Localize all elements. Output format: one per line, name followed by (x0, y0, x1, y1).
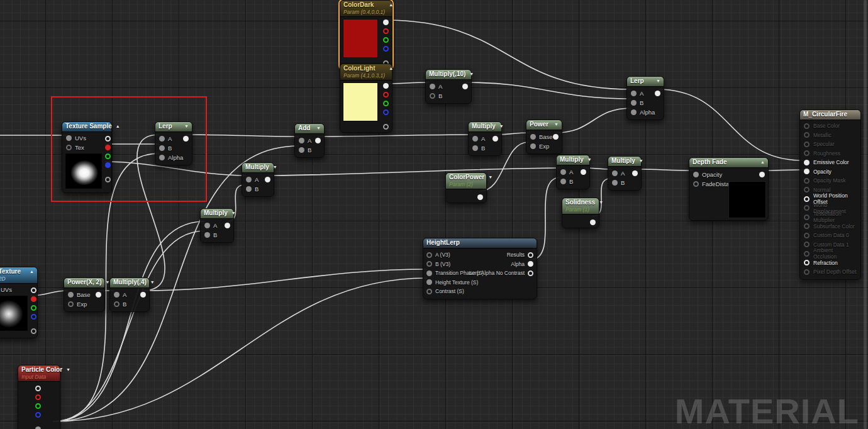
node-titlebar[interactable]: M_CircularFire (800, 110, 860, 120)
node-titlebar[interactable]: Multiply▼ (201, 209, 233, 219)
node-power2[interactable]: Power(X, 2)▼BaseExp (64, 277, 105, 312)
collapse-up-icon[interactable]: ▲ (760, 159, 765, 166)
collapse-down-icon[interactable]: ▼ (316, 125, 321, 132)
material-input-pin[interactable] (804, 205, 810, 211)
collapse-down-icon[interactable]: ▼ (184, 123, 189, 130)
output-pin[interactable] (655, 91, 660, 96)
input-pin[interactable] (426, 289, 432, 294)
output-pin-red[interactable] (105, 145, 111, 150)
input-pin[interactable] (299, 147, 304, 153)
node-depthfade[interactable]: Depth Fade▲OpacityFadeDistance (689, 157, 769, 221)
material-input-pin[interactable] (804, 160, 810, 165)
material-input-pin[interactable] (804, 242, 810, 247)
node-multiply4[interactable]: Multiply(,4)▼AB (109, 277, 150, 312)
output-pin-gray[interactable] (383, 124, 389, 130)
output-pin[interactable] (183, 136, 189, 142)
collapse-up-icon[interactable]: ▲ (116, 123, 120, 130)
output-pin[interactable] (492, 136, 498, 142)
input-pin[interactable] (426, 270, 432, 276)
material-input-pin[interactable] (804, 223, 810, 229)
node-titlebar[interactable]: edTextuream2D▲ (0, 267, 37, 284)
material-input-pin[interactable] (804, 187, 810, 192)
input-pin[interactable] (426, 252, 432, 258)
node-titlebar[interactable]: Power(X, 2)▼ (64, 278, 104, 288)
input-pin[interactable] (159, 136, 165, 142)
collapse-down-icon[interactable]: ▼ (599, 199, 603, 206)
collapse-down-icon[interactable]: ▼ (499, 123, 504, 130)
input-pin[interactable] (612, 180, 618, 186)
material-input-pin[interactable] (804, 178, 810, 184)
output-pin-green[interactable] (105, 153, 111, 159)
output-pin-green[interactable] (383, 37, 389, 43)
input-pin[interactable] (693, 172, 699, 177)
input-pin[interactable] (68, 292, 74, 298)
output-pin[interactable] (759, 172, 765, 177)
output-pin[interactable] (553, 134, 559, 140)
output-pin-gray[interactable] (31, 328, 36, 334)
material-input-pin[interactable] (804, 132, 810, 138)
input-pin[interactable] (299, 138, 304, 143)
node-heightlerp[interactable]: HeightLerpA (V3)B (V3)Transition Phase (… (423, 238, 537, 299)
node-power[interactable]: Power▼BaseExp (526, 120, 562, 154)
output-pin-white[interactable] (31, 287, 36, 293)
collapse-down-icon[interactable]: ▼ (587, 156, 592, 164)
node-titlebar[interactable]: Multiply▼ (469, 122, 501, 132)
node-titlebar[interactable]: Add▼ (295, 124, 324, 134)
output-pin-blue[interactable] (35, 412, 41, 418)
input-pin[interactable] (693, 181, 699, 187)
output-pin[interactable] (632, 170, 638, 176)
material-input-pin[interactable] (804, 233, 810, 238)
output-pin[interactable] (96, 292, 101, 298)
output-pin[interactable] (225, 223, 230, 228)
node-multiply-r2[interactable]: Multiply▼AB (608, 156, 642, 191)
node-colorpower[interactable]: ColorPowerParam (2)▼ (445, 172, 487, 203)
input-pin[interactable] (204, 232, 210, 238)
material-input-pin[interactable] (804, 260, 810, 265)
input-pin[interactable] (246, 186, 252, 192)
collapse-down-icon[interactable]: ▼ (656, 77, 660, 85)
output-pin-blue[interactable] (31, 314, 36, 320)
output-pin-green[interactable] (383, 101, 389, 106)
collapse-down-icon[interactable]: ▼ (231, 209, 236, 217)
input-pin[interactable] (114, 301, 120, 307)
collapse-down-icon[interactable]: ▼ (66, 366, 70, 374)
node-colorlight[interactable]: ColorLightParam (4,1,0.3,1)▲ (340, 64, 392, 133)
node-multiply-mid[interactable]: Multiply▼AB (242, 162, 274, 197)
output-pin[interactable] (581, 169, 586, 175)
input-pin[interactable] (530, 143, 536, 149)
input-pin[interactable] (631, 100, 637, 106)
output-pin[interactable] (528, 270, 533, 276)
node-titlebar[interactable]: HeightLerp (423, 238, 537, 248)
collapse-down-icon[interactable]: ▼ (273, 164, 277, 171)
node-titlebar[interactable]: Multiply(,4)▼ (110, 278, 149, 288)
output-pin-blue[interactable] (383, 46, 389, 52)
node-edtexture[interactable]: edTextuream2D▲UVs (0, 267, 38, 338)
collapse-up-icon[interactable]: ▲ (389, 65, 393, 72)
node-multiply10[interactable]: Multiply(,10)▼AB (425, 69, 472, 104)
node-titlebar[interactable]: ColorLightParam (4,1,0.3,1)▲ (340, 64, 392, 81)
node-titlebar[interactable]: Multiply▼ (242, 163, 274, 173)
collapse-up-icon[interactable]: ▲ (30, 268, 34, 276)
output-pin[interactable] (590, 220, 596, 225)
input-pin[interactable] (472, 136, 478, 142)
material-input-pin[interactable] (804, 196, 810, 202)
output-pin[interactable] (528, 252, 533, 258)
node-multiply-low[interactable]: Multiply▼AB (200, 208, 234, 243)
node-lerp1[interactable]: Lerp▼ABAlpha (155, 121, 192, 165)
material-input-pin[interactable] (804, 269, 810, 275)
material-input-pin[interactable] (804, 150, 810, 156)
output-pin-red[interactable] (383, 92, 389, 98)
output-pin-white[interactable] (105, 136, 111, 142)
output-pin[interactable] (477, 194, 483, 200)
material-input-pin[interactable] (804, 214, 810, 220)
node-texturesample[interactable]: Texture Sample▲UVsTex (62, 121, 112, 193)
vertical-scrollbar[interactable] (864, 0, 867, 429)
input-pin[interactable] (204, 223, 210, 228)
output-pin-green[interactable] (35, 403, 41, 409)
output-pin-blue[interactable] (383, 109, 389, 115)
node-titlebar[interactable]: ColorDarkParam (0.4,0,0,1)▲ (340, 1, 392, 17)
node-titlebar[interactable]: Depth Fade▲ (689, 158, 768, 168)
input-pin[interactable] (426, 279, 432, 285)
material-input-pin[interactable] (804, 169, 810, 174)
output-pin-red[interactable] (383, 28, 389, 34)
